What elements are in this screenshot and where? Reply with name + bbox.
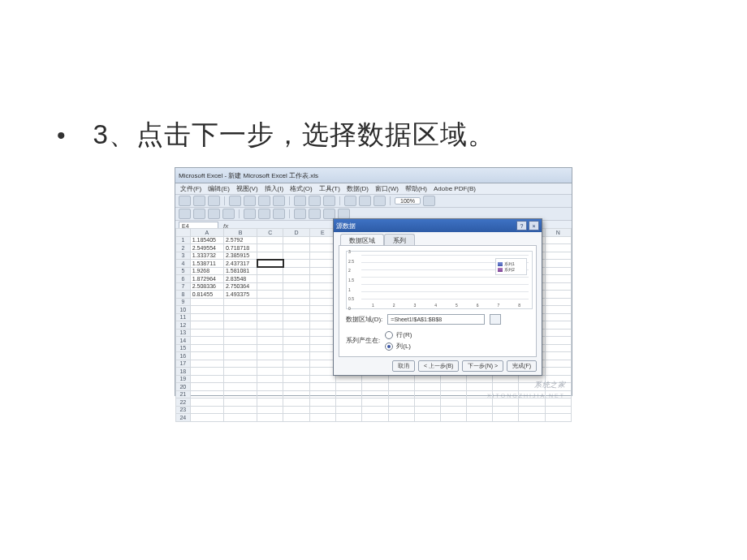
cell[interactable]	[336, 383, 362, 391]
toolbar-button[interactable]	[359, 196, 371, 206]
cell[interactable]	[466, 414, 492, 422]
cell[interactable]	[223, 383, 257, 391]
cell[interactable]	[257, 244, 283, 252]
cell[interactable]	[362, 375, 388, 383]
cell[interactable]	[309, 329, 335, 337]
next-button[interactable]: 下一步(N) >	[462, 360, 503, 372]
cell[interactable]	[283, 337, 309, 345]
cell[interactable]	[466, 406, 492, 414]
row-header[interactable]: 14	[176, 337, 191, 345]
cell[interactable]	[190, 368, 223, 376]
toolbar-button[interactable]	[244, 209, 256, 219]
cell[interactable]	[283, 344, 309, 352]
cell[interactable]	[545, 282, 572, 291]
cell[interactable]	[190, 375, 223, 383]
cell[interactable]	[414, 383, 440, 391]
cell[interactable]	[257, 329, 283, 337]
cell[interactable]	[545, 360, 572, 368]
back-button[interactable]: < 上一步(B)	[418, 360, 459, 372]
cell[interactable]	[190, 398, 223, 407]
toolbar-button[interactable]	[344, 196, 356, 206]
cell[interactable]	[309, 306, 335, 314]
row-header[interactable]: 9	[176, 298, 191, 306]
cell[interactable]	[545, 337, 572, 345]
menu-view[interactable]: 视图(V)	[236, 184, 258, 193]
cell[interactable]	[283, 398, 309, 407]
cell[interactable]	[257, 414, 283, 422]
toolbar-button[interactable]	[323, 196, 335, 206]
cell[interactable]: 1.9268	[190, 267, 223, 275]
toolbar-button[interactable]	[179, 209, 191, 219]
cell[interactable]	[388, 414, 414, 422]
toolbar-button[interactable]	[273, 196, 285, 206]
cell[interactable]: 2.508336	[190, 282, 223, 291]
toolbar-button[interactable]	[193, 209, 205, 219]
cell[interactable]	[283, 260, 309, 268]
menu-insert[interactable]: 插入(I)	[265, 184, 284, 193]
cell[interactable]	[362, 414, 388, 422]
cell[interactable]	[257, 313, 283, 321]
cell[interactable]: 1.185405	[190, 236, 223, 244]
cell[interactable]	[440, 375, 466, 383]
row-header[interactable]: 23	[176, 406, 191, 414]
cell[interactable]	[309, 344, 335, 352]
cell[interactable]	[283, 368, 309, 376]
cell[interactable]	[283, 291, 309, 299]
cell[interactable]	[519, 414, 545, 422]
col-header[interactable]: C	[257, 229, 283, 237]
toolbar-button[interactable]	[208, 196, 220, 206]
menu-file[interactable]: 文件(F)	[180, 184, 201, 193]
cell[interactable]	[283, 236, 309, 244]
menu-format[interactable]: 格式(O)	[290, 184, 313, 193]
row-header[interactable]: 1	[176, 236, 191, 244]
cell[interactable]	[223, 398, 257, 407]
row-header[interactable]: 11	[176, 313, 191, 321]
cell[interactable]	[414, 406, 440, 414]
row-header[interactable]: 8	[176, 291, 191, 299]
cell[interactable]	[257, 252, 283, 260]
cell[interactable]	[309, 260, 335, 268]
row-header[interactable]: 15	[176, 344, 191, 352]
cell[interactable]: 1.333732	[190, 252, 223, 260]
cell[interactable]	[257, 275, 283, 283]
menu-help[interactable]: 帮助(H)	[405, 184, 427, 193]
cell[interactable]	[190, 306, 223, 314]
radio-cols[interactable]	[385, 342, 393, 351]
cell[interactable]	[283, 406, 309, 414]
cell[interactable]	[309, 383, 335, 391]
cell[interactable]	[388, 398, 414, 407]
cell[interactable]	[190, 406, 223, 414]
row-header[interactable]: 13	[176, 329, 191, 337]
cell[interactable]	[309, 236, 335, 244]
row-header[interactable]: 5	[176, 267, 191, 275]
toolbar-button[interactable]	[309, 196, 321, 206]
row-header[interactable]: 21	[176, 390, 191, 398]
cell[interactable]	[283, 414, 309, 422]
cell[interactable]	[257, 368, 283, 376]
col-header[interactable]: A	[190, 229, 223, 237]
cell[interactable]	[362, 390, 388, 398]
cell[interactable]	[545, 298, 572, 306]
col-header[interactable]: D	[283, 229, 309, 237]
cell[interactable]	[545, 398, 572, 407]
cell[interactable]	[257, 398, 283, 407]
cell[interactable]	[309, 390, 335, 398]
cell[interactable]	[309, 267, 335, 275]
cell[interactable]	[336, 375, 362, 383]
cell[interactable]	[190, 298, 223, 306]
cell[interactable]	[257, 282, 283, 291]
cell[interactable]	[283, 275, 309, 283]
cell[interactable]	[362, 398, 388, 407]
menu-adobe[interactable]: Adobe PDF(B)	[434, 185, 476, 192]
cell[interactable]: 2.5792	[223, 236, 257, 244]
cell[interactable]	[283, 352, 309, 360]
help-button[interactable]: ?	[516, 221, 527, 230]
cell[interactable]	[309, 337, 335, 345]
tab-data-range[interactable]: 数据区域	[340, 234, 384, 245]
cell[interactable]	[492, 406, 518, 414]
finish-button[interactable]: 完成(F)	[507, 360, 537, 372]
cell[interactable]	[190, 321, 223, 330]
cell[interactable]	[545, 267, 572, 275]
cell[interactable]	[190, 313, 223, 321]
cell[interactable]	[545, 321, 572, 330]
